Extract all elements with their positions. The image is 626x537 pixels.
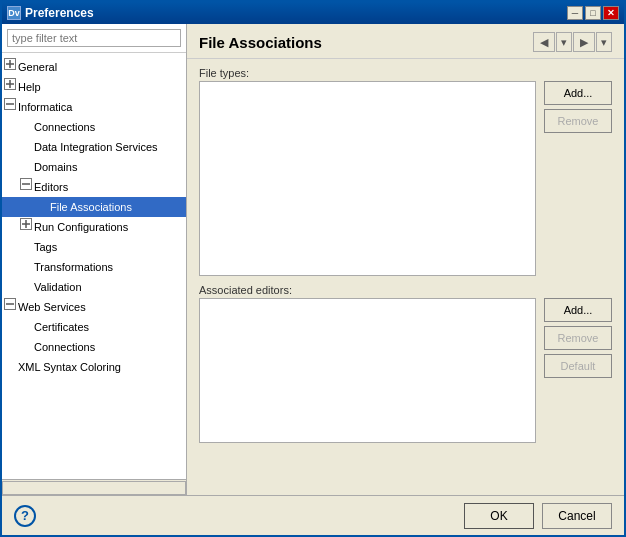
- back-dropdown-button[interactable]: ▾: [556, 32, 572, 52]
- panel-title: File Associations: [199, 34, 322, 51]
- tree-label: Connections: [34, 338, 95, 356]
- bottom-buttons: OK Cancel: [464, 503, 612, 529]
- tree-label: XML Syntax Coloring: [18, 358, 121, 376]
- tree-item-web-services[interactable]: Web Services: [2, 297, 186, 317]
- tree-expander: [2, 98, 18, 116]
- back-button[interactable]: ◀: [533, 32, 555, 52]
- minimize-button[interactable]: ─: [567, 6, 583, 20]
- left-panel: GeneralHelpInformaticaConnectionsData In…: [2, 24, 187, 495]
- window-icon: Dv: [7, 6, 21, 20]
- tree-expander: [2, 58, 18, 76]
- file-types-listbox[interactable]: [199, 81, 536, 276]
- tree-item-transformations[interactable]: Transformations: [2, 257, 186, 277]
- tree-expander: [2, 78, 18, 96]
- main-area: GeneralHelpInformaticaConnectionsData In…: [2, 24, 624, 495]
- editors-default-button[interactable]: Default: [544, 354, 612, 378]
- tree-label: File Associations: [50, 198, 132, 216]
- editors-add-button[interactable]: Add...: [544, 298, 612, 322]
- tree-label: Informatica: [18, 98, 72, 116]
- tree-label: Help: [18, 78, 41, 96]
- tree-label: Data Integration Services: [34, 138, 158, 156]
- tree-item-tags[interactable]: Tags: [2, 237, 186, 257]
- right-header: File Associations ◀ ▾ ▶ ▾: [187, 24, 624, 59]
- tree-item-informatica[interactable]: Informatica: [2, 97, 186, 117]
- associated-editors-listbox[interactable]: [199, 298, 536, 443]
- preferences-window: Dv Preferences ─ □ ✕ GeneralHelpInformat…: [0, 0, 626, 537]
- tree-item-validation[interactable]: Validation: [2, 277, 186, 297]
- maximize-button[interactable]: □: [585, 6, 601, 20]
- tree-expander: [2, 298, 18, 316]
- help-button[interactable]: ?: [14, 505, 36, 527]
- tree-label: General: [18, 58, 57, 76]
- tree-item-ws-connections[interactable]: Connections: [2, 337, 186, 357]
- tree-item-connections[interactable]: Connections: [2, 117, 186, 137]
- forward-dropdown-button[interactable]: ▾: [596, 32, 612, 52]
- editors-remove-button[interactable]: Remove: [544, 326, 612, 350]
- tree-item-data-integration[interactable]: Data Integration Services: [2, 137, 186, 157]
- associated-editors-label: Associated editors:: [199, 284, 612, 296]
- right-content: File types: Add... Remove Associated edi…: [187, 59, 624, 495]
- file-types-row: Add... Remove: [199, 81, 612, 276]
- file-types-buttons: Add... Remove: [544, 81, 612, 133]
- associated-editors-section: Associated editors: Add... Remove Defaul…: [199, 284, 612, 443]
- tree-item-domains[interactable]: Domains: [2, 157, 186, 177]
- tree-label: Tags: [34, 238, 57, 256]
- tree-expander: [18, 218, 34, 236]
- file-types-section: File types: Add... Remove: [199, 67, 612, 276]
- tree-label: Web Services: [18, 298, 86, 316]
- filter-input[interactable]: [7, 29, 181, 47]
- right-panel: File Associations ◀ ▾ ▶ ▾ File types: Ad…: [187, 24, 624, 495]
- window-title: Preferences: [25, 6, 94, 20]
- tree-item-xml-syntax[interactable]: XML Syntax Coloring: [2, 357, 186, 377]
- nav-buttons: ◀ ▾ ▶ ▾: [533, 32, 612, 52]
- cancel-button[interactable]: Cancel: [542, 503, 612, 529]
- tree-label: Domains: [34, 158, 77, 176]
- file-types-label: File types:: [199, 67, 612, 79]
- associated-editors-buttons: Add... Remove Default: [544, 298, 612, 378]
- tree-label: Connections: [34, 118, 95, 136]
- tree-item-file-associations[interactable]: File Associations: [2, 197, 186, 217]
- associated-editors-row: Add... Remove Default: [199, 298, 612, 443]
- tree-item-run-configurations[interactable]: Run Configurations: [2, 217, 186, 237]
- titlebar-buttons: ─ □ ✕: [567, 6, 619, 20]
- titlebar: Dv Preferences ─ □ ✕: [2, 2, 624, 24]
- ok-button[interactable]: OK: [464, 503, 534, 529]
- close-button[interactable]: ✕: [603, 6, 619, 20]
- tree-item-certificates[interactable]: Certificates: [2, 317, 186, 337]
- scrollbar-area: [2, 479, 186, 495]
- tree-expander: [18, 178, 34, 196]
- file-types-remove-button[interactable]: Remove: [544, 109, 612, 133]
- titlebar-left: Dv Preferences: [7, 6, 94, 20]
- tree-item-help[interactable]: Help: [2, 77, 186, 97]
- tree: GeneralHelpInformaticaConnectionsData In…: [2, 53, 186, 479]
- tree-label: Certificates: [34, 318, 89, 336]
- tree-label: Transformations: [34, 258, 113, 276]
- forward-button[interactable]: ▶: [573, 32, 595, 52]
- tree-label: Run Configurations: [34, 218, 128, 236]
- tree-label: Editors: [34, 178, 68, 196]
- filter-box: [2, 24, 186, 53]
- bottom-bar: ? OK Cancel: [2, 495, 624, 535]
- tree-item-general[interactable]: General: [2, 57, 186, 77]
- horizontal-scrollbar[interactable]: [2, 481, 186, 495]
- file-types-add-button[interactable]: Add...: [544, 81, 612, 105]
- tree-label: Validation: [34, 278, 82, 296]
- tree-item-editors[interactable]: Editors: [2, 177, 186, 197]
